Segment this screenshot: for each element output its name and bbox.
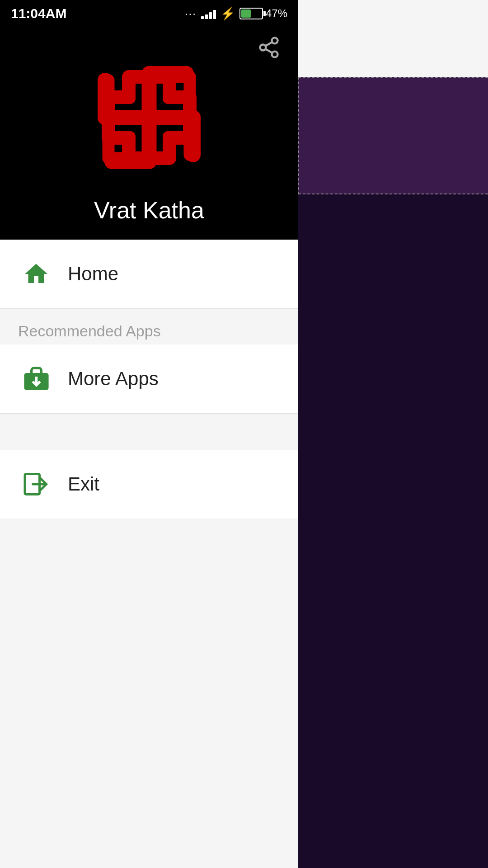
exit-icon: [18, 466, 54, 502]
recommended-apps-section: Recommended Apps: [0, 309, 298, 344]
signal-bars-icon: [201, 8, 216, 19]
svg-point-19: [125, 131, 136, 142]
right-overlay-top: [298, 77, 488, 194]
svg-point-20: [163, 131, 174, 142]
exit-label: Exit: [68, 473, 99, 495]
network-dots-icon: ···: [185, 7, 197, 20]
battery-percentage: 47%: [266, 7, 287, 20]
status-bar: 11:04AM ··· ⚡ 47%: [0, 0, 298, 27]
nav-item-exit[interactable]: Exit: [0, 450, 298, 519]
nav-item-home[interactable]: Home: [0, 240, 298, 309]
svg-line-3: [266, 49, 272, 53]
right-overlay-bottom: [298, 194, 488, 868]
home-label: Home: [68, 263, 118, 285]
app-title: Vrat Katha: [94, 197, 204, 224]
status-icons: ··· ⚡ 47%: [185, 7, 287, 21]
more-apps-label: More Apps: [68, 368, 159, 390]
recommended-label: Recommended Apps: [18, 322, 161, 340]
svg-point-1: [260, 45, 266, 51]
home-icon: [18, 256, 54, 292]
svg-point-2: [272, 52, 278, 57]
nav-item-more-apps[interactable]: More Apps: [0, 344, 298, 414]
nav-drawer: Home Recommended Apps More Apps Exit: [0, 240, 298, 868]
share-button[interactable]: [253, 32, 285, 63]
more-apps-icon: [18, 361, 54, 397]
svg-point-18: [163, 93, 174, 104]
svg-point-17: [125, 93, 136, 104]
charging-icon: ⚡: [221, 7, 235, 21]
svg-line-4: [266, 42, 272, 46]
share-icon: [257, 36, 281, 59]
app-header: Vrat Katha 11:04AM ··· ⚡ 47%: [0, 0, 298, 240]
svg-point-0: [272, 38, 278, 43]
battery-indicator: 47%: [239, 7, 287, 20]
app-logo: [77, 43, 221, 192]
status-time: 11:04AM: [11, 6, 66, 21]
